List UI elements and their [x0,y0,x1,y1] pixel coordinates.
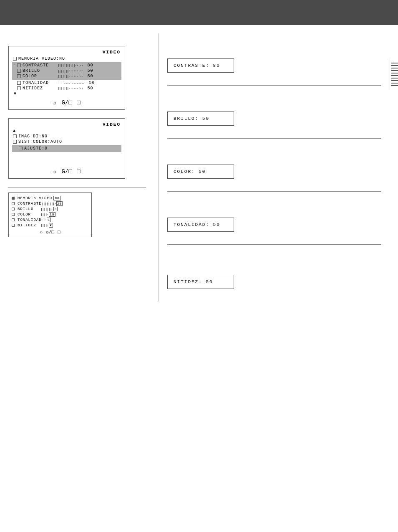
osd-bar-3-tonalidad: ··· [42,218,46,222]
osd-arrow-down-1: ▼ [14,91,121,96]
osd-val-3-tonalidad: 5 [47,218,51,222]
value-box-color: COLOR: 50 [167,165,234,179]
osd-icon-box: □ [77,99,81,106]
divider-color [167,138,381,139]
osd-bar-tonalidad: ·····----·-------- [56,81,84,85]
osd-label-brillo: BRILLO [23,68,56,73]
right-column: CONTRASTE: 80 BRILLO: 50 COLOR: 50 [159,33,390,301]
osd-icon-sun-2: ☼ [53,168,56,175]
osd-check-tonalidad [17,81,21,85]
osd-bar-brillo: ||||||||········· [56,69,83,73]
osd-bar-3-contraste: ||||||||· [42,202,56,205]
osd-val-3-nitidez: ▼ [49,223,53,228]
section-contraste: CONTRASTE: 80 [167,58,381,73]
contraste-value-label: CONTRASTE: 80 [174,63,220,68]
osd-icon-sun-3: ☼ [40,230,43,235]
osd-row-memoria: MEMORIA VIDEO:NO [13,56,121,61]
osd-check-3-memoria [12,197,15,200]
osd-check-contraste [17,63,21,67]
osd-label-ajuste: AJUSTE:0 [24,146,58,151]
osd-row-nitidez: NITIDEZ ||||||||········· 50 [13,86,121,91]
section-tonalidad: TONALIDAD: 50 [167,197,381,232]
osd-check-sistcolor [13,140,17,144]
osd-check-brillo [17,69,21,73]
osd-label-3-contraste: CONTRASTE [18,202,42,206]
osd-icon-box-2: □ [77,168,81,175]
divider-brillo [167,85,381,86]
color-value-label: COLOR: 50 [174,169,206,174]
osd-check-3-tonalidad [12,218,15,221]
deco-line-3 [391,68,398,68]
osd-icon-gb: G/□ [61,99,72,106]
osd-value-brillo: 50 [83,68,93,73]
osd-bar-3-nitidez: ||||· [40,223,48,227]
osd-bar-color: ||||||||········· [56,74,83,78]
deco-line-1 [391,63,398,63]
osd-row-3-color: COLOR ||||· 18 [12,212,88,217]
osd-row-arrowup: ▲ [13,129,121,133]
osd-row-3-contraste: CONTRASTE ||||||||· 25 [12,201,88,206]
osd-row-sistcolor: SIST COLOR:AUTO [13,139,121,144]
osd-footer-2: ☼ G/□ □ [13,168,121,175]
osd-bar-3-color: ||||· [40,213,48,216]
osd-value-contraste: 80 [83,63,93,68]
osd-row-imagdi: IMAG DI:NO [13,134,121,139]
osd-bar-nitidez: ||||||||········· [56,86,83,90]
osd-icon-sun: ☼ [53,99,56,106]
osd-val-3-color: 18 [49,212,55,217]
osd-label-contraste: CONTRASTE [23,63,56,68]
deco-line-6 [391,75,398,76]
osd-row-contraste: ↑ CONTRASTE ||||||||||||····· 80 [13,63,121,68]
osd-label-color: COLOR [23,74,56,79]
section-divider-1 [8,187,146,187]
osd-value-color: 50 [83,74,93,79]
header-bar [0,0,398,25]
deco-line-5 [391,73,398,73]
value-box-contraste: CONTRASTE: 80 [167,58,234,73]
osd-check-3-contraste [12,202,15,205]
deco-line-9 [391,83,398,84]
deco-line-7 [391,78,398,79]
section-color: COLOR: 50 [167,144,381,179]
osd-menu-3: MEMORIA VIDEO NO CONTRASTE ||||||||· 25 … [8,193,92,237]
osd-check-nitidez [17,86,21,90]
divider-nitidez [167,244,381,245]
osd-val-3-brillo: 3 [53,207,58,211]
osd-label-nitidez: NITIDEZ [23,86,56,91]
right-decoration [390,58,398,90]
osd-icon-gb-2: G/□ [61,168,72,175]
osd-row-3-nitidez: NITIDEZ ||||· ▼ [12,223,88,228]
tonalidad-value-label: TONALIDAD: 50 [174,222,220,227]
osd-icon-box-3: □ [58,230,60,235]
osd-arrow-up: ▲ [13,129,16,133]
left-column: VIDEO MEMORIA VIDEO:NO ↑ CONTRASTE |||||… [0,33,154,301]
osd-check-ajuste [19,147,23,150]
osd-row-brillo: BRILLO ||||||||········· 50 [13,68,121,73]
osd-check-memoria [13,57,17,61]
nitidez-value-label: NITIDEZ: 50 [174,279,213,284]
osd-check-3-nitidez [12,224,15,227]
osd-row-color: COLOR ||||||||········· 50 [13,74,121,79]
osd-label-3-nitidez: NITIDEZ [18,223,40,228]
osd-label-sistcolor: SIST COLOR:AUTO [18,139,62,144]
osd-check-3-color [12,213,15,216]
osd-check-imagdi [13,134,17,138]
value-box-tonalidad: TONALIDAD: 50 [167,218,234,232]
osd-title-1: VIDEO [13,50,121,55]
osd-label-3-tonalidad: TONALIDAD [18,218,42,222]
osd-label-3-memoria: MEMORIA VIDEO [18,196,52,200]
osd-row-tonalidad: TONALIDAD ·····----·-------- 50 [13,81,121,85]
osd-value-tonalidad: 50 [84,81,95,85]
divider-tonalidad [167,191,381,192]
osd-row-3-memoria: MEMORIA VIDEO NO [12,196,88,200]
osd-row-3-brillo: BRILLO |||||||· 3 [12,207,88,211]
deco-line-4 [391,70,398,71]
section-nitidez: NITIDEZ: 50 [167,250,381,289]
brillo-value-label: BRILLO: 50 [174,116,209,121]
osd-bar-contraste: ||||||||||||····· [56,63,83,67]
osd-label-memoria: MEMORIA VIDEO:NO [18,56,65,61]
section-brillo: BRILLO: 50 [167,91,381,126]
osd-menu-2: VIDEO ▲ IMAG DI:NO SIST COLOR:AUTO A [8,118,125,179]
osd-footer-1: ☼ G/□ □ [13,99,121,106]
osd-bar-3-brillo: |||||||· [40,207,53,211]
